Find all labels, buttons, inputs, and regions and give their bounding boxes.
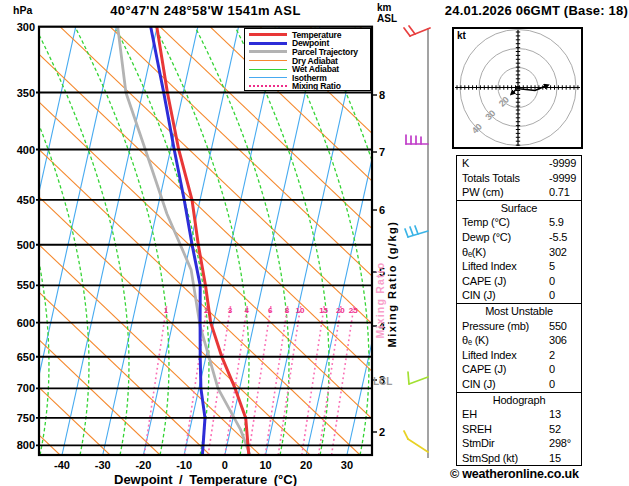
table-row: CAPE (J)0 [457, 362, 581, 377]
pressure-tick-label: 350 [17, 87, 35, 99]
x-axis-title: Dewpoint / Temperature (°C) [39, 472, 372, 486]
table-row: Dewp (°C)-5.5 [457, 230, 581, 245]
temp-tick-label: 10 [259, 459, 271, 471]
table-row-value: 0 [549, 377, 555, 392]
table-row: StmSpd (kt)15 [457, 451, 581, 466]
table-section-header: Surface [457, 201, 581, 216]
table-row: CIN (J)0 [457, 288, 581, 303]
pressure-tick-label: 450 [17, 194, 35, 206]
wind-barb-line [405, 229, 408, 237]
legend-item: Mixing Ratio [245, 82, 370, 91]
temp-tick-label: -40 [54, 459, 70, 471]
table-row: Lifted Index5 [457, 259, 581, 274]
mixing-ratio-value: 6 [268, 306, 273, 315]
pressure-tick-labels: 300350400450500550600650700750800 [17, 21, 35, 452]
altitude-tick-label: 7 [379, 146, 385, 158]
table-row-label: θₑ(K) [462, 245, 486, 260]
table-row-label: θₑ (K) [462, 333, 489, 348]
mixing-ratio-value: 4 [244, 306, 249, 315]
isotherm-line [103, 27, 198, 455]
table-row-value: 15 [549, 451, 561, 466]
temp-tick-label: -30 [95, 459, 111, 471]
table-row-value: 550 [549, 319, 567, 334]
table-row-label: Temp (°C) [462, 215, 510, 230]
wet-adiabat-line [35, 27, 129, 455]
stats-table: K-9999Totals Totals-9999PW (cm)0.71Surfa… [456, 155, 582, 466]
wet-adiabat-line [75, 27, 169, 455]
table-row-label: CAPE (J) [462, 362, 506, 377]
lcl-marker-label: LCL [373, 376, 392, 387]
pressure-tick-label: 600 [17, 317, 35, 329]
pressure-tick-label: 650 [17, 351, 35, 363]
wet-adiabat-line [0, 27, 89, 455]
table-row-label: CAPE (J) [462, 274, 506, 289]
mixing-ratio-line [249, 306, 271, 455]
altitude-tick-label: 6 [379, 204, 385, 216]
mixing-ratio-axis-label: Mixing Ratio (g/kg) [386, 221, 398, 348]
table-row: Lifted Index2 [457, 348, 581, 363]
wind-barb-line [408, 439, 428, 452]
table-row-value: 0 [549, 362, 555, 377]
mixing-ratio-value: 10 [296, 306, 305, 315]
table-row: CAPE (J)0 [457, 274, 581, 289]
mixing-ratio-value: 8 [285, 306, 290, 315]
table-row: StmDir298° [457, 436, 581, 451]
altitude-tick-label: 2 [379, 426, 385, 438]
table-row: EH13 [457, 407, 581, 422]
table-row-label: Pressure (mb) [462, 319, 529, 334]
table-row-value: 5.9 [549, 215, 564, 230]
table-row-value: 5 [549, 259, 555, 274]
mixing-ratio-line [302, 306, 324, 455]
pressure-tick-label: 500 [17, 239, 35, 251]
table-row-label: Dewp (°C) [462, 230, 511, 245]
wind-barb-line [409, 26, 415, 34]
wind-barb [405, 226, 428, 237]
mixing-ratio-value: 15 [319, 306, 328, 315]
wet-adiabat-line [355, 27, 449, 455]
table-row-label: K [462, 156, 469, 171]
pressure-tick-label: 750 [17, 412, 35, 424]
table-row-value: 52 [549, 422, 561, 437]
table-row-value: 2 [549, 348, 555, 363]
table-row: Temp (°C)5.9 [457, 215, 581, 230]
pressure-tick-label: 400 [17, 144, 35, 156]
temp-tick-label: 20 [300, 459, 312, 471]
temp-tick-label: 30 [341, 459, 353, 471]
table-row-label: CIN (J) [462, 377, 495, 392]
table-row: SREH52 [457, 422, 581, 437]
table-row-label: CIN (J) [462, 288, 495, 303]
legend-label: Mixing Ratio [292, 81, 341, 91]
temp-tick-label: -20 [135, 459, 151, 471]
table-section-header: Most Unstable [457, 304, 581, 319]
table-section: SurfaceTemp (°C)5.9Dewp (°C)-5.5θₑ(K)302… [457, 200, 581, 303]
wind-barb [406, 135, 428, 144]
table-row-value: 302 [549, 245, 567, 260]
table-row-value: 306 [549, 333, 567, 348]
table-row-label: PW (cm) [462, 185, 503, 200]
temp-tick-label: -10 [176, 459, 192, 471]
dry-adiabat-line [0, 27, 310, 455]
table-row-label: StmSpd (kt) [462, 451, 518, 466]
wind-barb-line [408, 372, 409, 384]
wind-barb-line [410, 227, 413, 235]
table-row: PW (cm)0.71 [457, 185, 581, 200]
wind-barb-line [404, 28, 410, 36]
isotherm-lines [0, 27, 442, 455]
table-section-header: Hodograph [457, 393, 581, 408]
table-row-label: SREH [462, 422, 492, 437]
legend-line-sample [249, 85, 287, 87]
altitude-tick-label: 8 [379, 89, 385, 101]
table-row: CIN (J)0 [457, 377, 581, 392]
wind-barb [408, 372, 428, 384]
run-date: 24.01.2026 06GMT (Base: 18) [392, 3, 628, 18]
pressure-axis-unit: hPa [13, 4, 32, 16]
table-row-label: Lifted Index [462, 348, 516, 363]
legend-line-sample [249, 77, 287, 78]
mixing-ratio-line [319, 306, 341, 455]
hodograph-unit-label: kt [457, 30, 467, 41]
chart-title: 40°47'N 248°58'W 1541m ASL [39, 3, 372, 18]
mixing-ratio-value: 1 [164, 306, 169, 315]
table-row-value: -9999 [549, 156, 576, 171]
table-row-label: Lifted Index [462, 259, 516, 274]
table-row: θₑ (K)306 [457, 333, 581, 348]
